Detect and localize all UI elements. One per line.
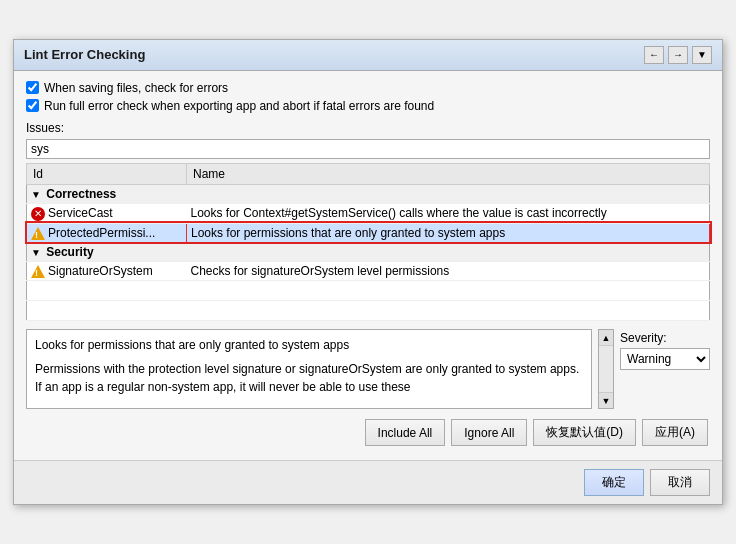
warning-icon <box>31 265 45 278</box>
dialog-title: Lint Error Checking <box>24 47 145 62</box>
apply-button[interactable]: 应用(A) <box>642 419 708 446</box>
group-name: Security <box>46 245 93 259</box>
nav-forward-button[interactable]: → <box>668 46 688 64</box>
bottom-row: 确定 取消 <box>14 460 722 504</box>
dialog-content: When saving files, check for errors Run … <box>14 71 722 456</box>
check-on-export-row: Run full error check when exporting app … <box>26 99 710 113</box>
nav-menu-button[interactable]: ▼ <box>692 46 712 64</box>
warning-icon <box>31 227 45 240</box>
filter-input[interactable] <box>26 139 710 159</box>
issues-table: Id Name ▼ Correctness ✕ServiceCast <box>26 163 710 321</box>
severity-label: Severity: <box>620 331 710 345</box>
table-row[interactable]: ✕ServiceCast Looks for Context#getSystem… <box>27 203 710 223</box>
ignore-all-button[interactable]: Ignore All <box>451 419 527 446</box>
collapse-triangle: ▼ <box>31 189 41 200</box>
issues-label: Issues: <box>26 121 710 135</box>
cancel-button[interactable]: 取消 <box>650 469 710 496</box>
col-id-header: Id <box>27 163 187 184</box>
nav-back-button[interactable]: ← <box>644 46 664 64</box>
group-correctness[interactable]: ▼ Correctness <box>27 184 710 203</box>
collapse-triangle: ▼ <box>31 247 41 258</box>
ok-button[interactable]: 确定 <box>584 469 644 496</box>
row-name: Looks for Context#getSystemService() cal… <box>187 203 710 223</box>
table-row[interactable]: SignatureOrSystem Checks for signatureOr… <box>27 261 710 280</box>
title-bar-controls: ← → ▼ <box>644 46 712 64</box>
row-id: ProtectedPermissi... <box>27 223 187 242</box>
description-box: Looks for permissions that are only gran… <box>26 329 592 409</box>
action-buttons-row: Include All Ignore All 恢复默认值(D) 应用(A) <box>26 419 710 446</box>
row-name: Looks for permissions that are only gran… <box>187 223 710 242</box>
empty-row <box>27 301 710 321</box>
row-id: SignatureOrSystem <box>27 261 187 280</box>
check-on-export-label: Run full error check when exporting app … <box>44 99 434 113</box>
description-long: Permissions with the protection level si… <box>35 360 583 396</box>
scroll-track <box>599 346 613 392</box>
description-area: Looks for permissions that are only gran… <box>26 329 710 409</box>
check-on-save-row: When saving files, check for errors <box>26 81 710 95</box>
empty-row <box>27 281 710 301</box>
check-on-save-label: When saving files, check for errors <box>44 81 228 95</box>
table-row[interactable]: ProtectedPermissi... Looks for permissio… <box>27 223 710 242</box>
title-bar: Lint Error Checking ← → ▼ <box>14 40 722 71</box>
group-security[interactable]: ▼ Security <box>27 242 710 261</box>
group-name: Correctness <box>46 187 116 201</box>
check-on-save-checkbox[interactable] <box>26 81 39 94</box>
check-on-export-checkbox[interactable] <box>26 99 39 112</box>
error-icon: ✕ <box>31 207 45 221</box>
severity-section: Severity: Warning Error Info Ignore <box>620 329 710 409</box>
restore-defaults-button[interactable]: 恢复默认值(D) <box>533 419 636 446</box>
include-all-button[interactable]: Include All <box>365 419 446 446</box>
col-name-header: Name <box>187 163 710 184</box>
row-id: ✕ServiceCast <box>27 203 187 223</box>
row-name: Checks for signatureOrSystem level permi… <box>187 261 710 280</box>
table-header-row: Id Name <box>27 163 710 184</box>
description-scrollbar[interactable]: ▲ ▼ <box>598 329 614 409</box>
severity-select[interactable]: Warning Error Info Ignore <box>620 348 710 370</box>
scroll-down-button[interactable]: ▼ <box>599 392 613 408</box>
scroll-up-button[interactable]: ▲ <box>599 330 613 346</box>
lint-error-checking-dialog: Lint Error Checking ← → ▼ When saving fi… <box>13 39 723 505</box>
description-short: Looks for permissions that are only gran… <box>35 336 583 354</box>
